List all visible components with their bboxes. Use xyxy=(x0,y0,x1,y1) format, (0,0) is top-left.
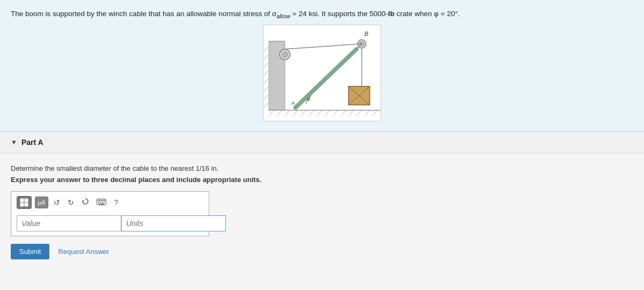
content-area: Determine the smallest diameter of the c… xyxy=(0,154,644,270)
svg-marker-44 xyxy=(83,200,84,202)
svg-rect-43 xyxy=(25,203,28,206)
answer-toolbar: μΑ ↺ ↻ xyxy=(17,196,203,211)
help-button[interactable]: ? xyxy=(112,197,120,208)
svg-rect-46 xyxy=(98,200,99,201)
mua-button[interactable]: μΑ xyxy=(35,197,48,208)
svg-rect-53 xyxy=(102,201,103,202)
keyboard-icon xyxy=(97,199,106,205)
redo-button[interactable]: ↻ xyxy=(65,197,76,208)
svg-rect-51 xyxy=(98,201,99,202)
value-input[interactable] xyxy=(17,215,121,231)
refresh-icon xyxy=(82,198,89,205)
svg-rect-42 xyxy=(20,203,24,206)
svg-rect-52 xyxy=(100,201,101,202)
part-a-chevron[interactable]: ▼ xyxy=(11,139,17,146)
request-answer-link[interactable]: Request Answer xyxy=(58,248,109,256)
grid-icon xyxy=(20,198,28,207)
svg-text:A: A xyxy=(291,100,295,106)
submit-area: Submit Request Answer xyxy=(11,244,633,259)
part-a-label: Part A xyxy=(21,138,43,147)
mua-label: μΑ xyxy=(38,199,45,206)
problem-diagram: B A φ xyxy=(263,25,381,121)
svg-point-30 xyxy=(282,52,288,57)
instruction-text-2: Express your answer to three decimal pla… xyxy=(11,176,633,184)
refresh-button[interactable] xyxy=(79,197,91,208)
help-label: ? xyxy=(114,198,118,207)
problem-statement: The boom is supported by the winch cable… xyxy=(11,10,460,19)
undo-button[interactable]: ↺ xyxy=(52,197,62,208)
svg-rect-55 xyxy=(99,204,104,205)
units-input[interactable] xyxy=(121,215,226,231)
submit-button[interactable]: Submit xyxy=(11,244,49,259)
grid-button[interactable] xyxy=(17,196,32,209)
keyboard-button[interactable] xyxy=(94,197,108,208)
instruction-text-1: Determine the smallest diameter of the c… xyxy=(11,164,633,172)
svg-rect-40 xyxy=(20,199,24,202)
answer-box: μΑ ↺ ↻ xyxy=(11,191,209,236)
svg-text:B: B xyxy=(364,30,368,37)
svg-rect-41 xyxy=(25,199,28,202)
svg-rect-54 xyxy=(104,201,105,202)
svg-rect-47 xyxy=(99,200,100,201)
problem-image-container: B A φ xyxy=(11,25,633,121)
svg-rect-49 xyxy=(103,200,104,201)
part-a-header: ▼ Part A xyxy=(0,132,644,154)
svg-rect-50 xyxy=(104,200,105,201)
svg-text:φ: φ xyxy=(307,96,310,102)
svg-rect-48 xyxy=(101,200,102,201)
input-row xyxy=(17,215,203,231)
problem-section: The boom is supported by the winch cable… xyxy=(0,0,644,132)
